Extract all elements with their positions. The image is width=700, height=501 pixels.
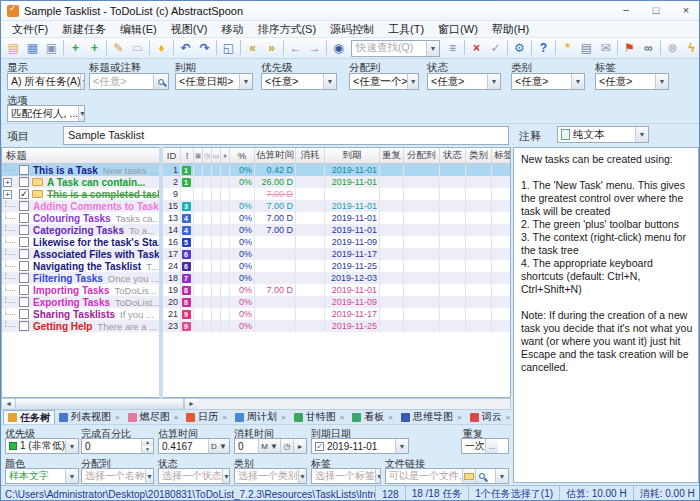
task-checkbox[interactable] [19, 285, 29, 295]
tab-任务树[interactable]: 任务树 [3, 410, 55, 424]
estimate-unit-button[interactable]: D ▼ [208, 439, 229, 453]
color-field[interactable]: 样本文字▼ [5, 468, 79, 484]
tab-close-icon[interactable]: × [222, 413, 227, 422]
task-grid-row[interactable]: 1530%7.00 D2019-11-01 [163, 200, 510, 212]
lightning-icon[interactable]: ϟ [682, 40, 700, 57]
menu-item-移动[interactable]: 移动 [214, 21, 250, 38]
filelink-field[interactable]: 可以是一个文件,▼ [385, 468, 509, 484]
scroll-right-icon[interactable]: ► [184, 399, 198, 409]
task-tree-row[interactable]: Adding Comments to Tasks [2, 200, 159, 212]
tab-燃尽图[interactable]: 燃尽图× [124, 410, 183, 424]
menu-item-编辑(E)[interactable]: 编辑(E) [113, 21, 164, 38]
task-checkbox[interactable] [19, 165, 29, 175]
checkbox-checked-icon[interactable]: ✓ [315, 442, 324, 451]
task-tree-row[interactable]: Sharing TasklistsIf you ... [2, 308, 159, 320]
estimate-field[interactable]: 0.4167D ▼ [158, 438, 230, 454]
find-tasks-icon[interactable]: ◉ [329, 40, 348, 57]
col-category[interactable]: 类别 [466, 148, 492, 163]
search-icon[interactable] [475, 469, 488, 483]
tab-close-icon[interactable]: × [115, 413, 120, 422]
new-task-icon[interactable]: + [66, 40, 85, 57]
prev-tasklist-icon[interactable]: « [243, 40, 262, 57]
task-grid-row[interactable]: 1870%2019-12-03 [163, 272, 510, 284]
task-checkbox[interactable] [19, 249, 29, 259]
tab-close-icon[interactable]: × [340, 413, 345, 422]
task-checkbox[interactable]: ✓ [19, 189, 29, 199]
quick-find-combo[interactable]: 快速查找(Q) ▼ [351, 40, 440, 57]
edit-color-icon[interactable]: ▭ [128, 40, 147, 57]
status-field[interactable]: 选择一个状态▼ [158, 468, 230, 484]
task-tree-row[interactable]: Likewise for the task's Sta... [2, 236, 159, 248]
filter-priority-combo[interactable]: <任意>▼ [261, 73, 337, 90]
task-grid-row[interactable]: 2080%2019-11-09 [163, 296, 510, 308]
menu-item-源码控制[interactable]: 源码控制 [323, 21, 381, 38]
new-features-icon[interactable]: * [558, 40, 577, 57]
comments-format-combo[interactable]: 纯文本▼ [557, 126, 649, 143]
tab-词云[interactable]: 词云× [466, 410, 515, 424]
reminder-icon[interactable]: ♦ [152, 40, 171, 57]
close-button[interactable]: × [671, 1, 700, 20]
search-icon[interactable] [153, 74, 168, 89]
task-grid-row[interactable]: 2390%2019-11-25 [163, 320, 510, 332]
save-tasklist-icon[interactable]: ▦ [23, 40, 42, 57]
help-icon[interactable]: ? [534, 40, 553, 57]
category-field[interactable]: 选择一个类别▼ [234, 468, 307, 484]
redo-icon[interactable]: ↷ [195, 40, 214, 57]
menu-item-排序方式(S)[interactable]: 排序方式(S) [250, 21, 323, 38]
menu-item-文件(F)[interactable]: 文件(F) [5, 21, 55, 38]
col-recurrence[interactable]: 重复 [380, 148, 404, 163]
task-checkbox[interactable] [19, 261, 29, 271]
col-tag[interactable]: 标签 [492, 148, 511, 163]
edit-task-icon[interactable]: ✎ [109, 40, 128, 57]
task-checkbox[interactable] [19, 273, 29, 283]
lock-icon[interactable]: ▣ [194, 148, 203, 163]
duedate-field[interactable]: ✓2019-11-01▼ [311, 438, 409, 454]
start-timer-icon[interactable]: ▸ [293, 439, 306, 453]
clock-icon[interactable]: ◷ [280, 439, 293, 453]
tab-思维导图[interactable]: 思维导图× [397, 410, 466, 424]
task-tree-row[interactable]: Associated Files with Tasks [2, 248, 159, 260]
menu-item-工具(T)[interactable]: 工具(T) [381, 21, 431, 38]
task-tree-row[interactable]: Importing TasksToDoLis... [2, 284, 159, 296]
bell-icon[interactable]: ♦ [221, 148, 230, 163]
task-grid-row[interactable]: 97.00 D [163, 188, 510, 200]
expander-icon[interactable]: + [3, 190, 12, 199]
tab-甘特图[interactable]: 甘特图× [290, 410, 349, 424]
delete-task-icon[interactable]: × [467, 40, 486, 57]
spellcheck-icon[interactable]: ✓ [486, 40, 505, 57]
tab-周计划[interactable]: 周计划× [231, 410, 290, 424]
scroll-thumb[interactable] [16, 399, 184, 409]
percent-field[interactable]: 0▲▼ [81, 438, 154, 454]
horizontal-scrollbar[interactable]: ◄ ► [1, 398, 511, 410]
folder-icon[interactable] [462, 469, 475, 483]
task-tree-row[interactable]: +✓This is a completed taskA... [2, 188, 159, 200]
next-tasklist-icon[interactable]: » [262, 40, 281, 57]
filter-status-combo[interactable]: <任意>▼ [427, 73, 501, 90]
tab-看板[interactable]: 看板× [348, 410, 397, 424]
tag-field[interactable]: 选择一个标签▼ [311, 468, 381, 484]
expander-icon[interactable]: + [3, 178, 12, 187]
task-tree-row[interactable]: +A Task can contain... [2, 176, 159, 188]
col-spent[interactable]: 消耗 [296, 148, 325, 163]
task-grid-row[interactable]: 1650%2019-11-09 [163, 236, 510, 248]
project-input[interactable]: Sample Tasklist [63, 126, 509, 145]
file-icon[interactable]: ▭ [212, 148, 221, 163]
task-checkbox[interactable] [19, 297, 29, 307]
task-grid-row[interactable]: 110%0.42 D2019-11-01 [163, 164, 510, 176]
col-status[interactable]: 状态 [440, 148, 466, 163]
spent-unit-button[interactable]: M ▼ [258, 439, 280, 453]
scroll-left-icon[interactable]: ◄ [2, 399, 16, 409]
tab-close-icon[interactable]: × [281, 413, 286, 422]
col-assigned[interactable]: 分配到 [404, 148, 440, 163]
tree-header-title[interactable]: 标题 [2, 148, 159, 164]
tab-close-icon[interactable]: × [457, 413, 462, 422]
print-icon[interactable]: ▤ [577, 40, 596, 57]
undo-icon[interactable]: ↶ [176, 40, 195, 57]
task-tree-row[interactable]: Exporting TasksToDoList... [2, 296, 159, 308]
task-tree-row[interactable]: Categorizing TasksTo a... [2, 224, 159, 236]
spinner[interactable]: ▲▼ [141, 439, 153, 453]
assigned-field[interactable]: 选择一个名称▼ [81, 468, 154, 484]
task-grid-row[interactable]: 1760%2019-11-17 [163, 248, 510, 260]
task-grid-row[interactable]: 2460%2019-11-25 [163, 260, 510, 272]
menu-item-窗口(W)[interactable]: 窗口(W) [431, 21, 485, 38]
